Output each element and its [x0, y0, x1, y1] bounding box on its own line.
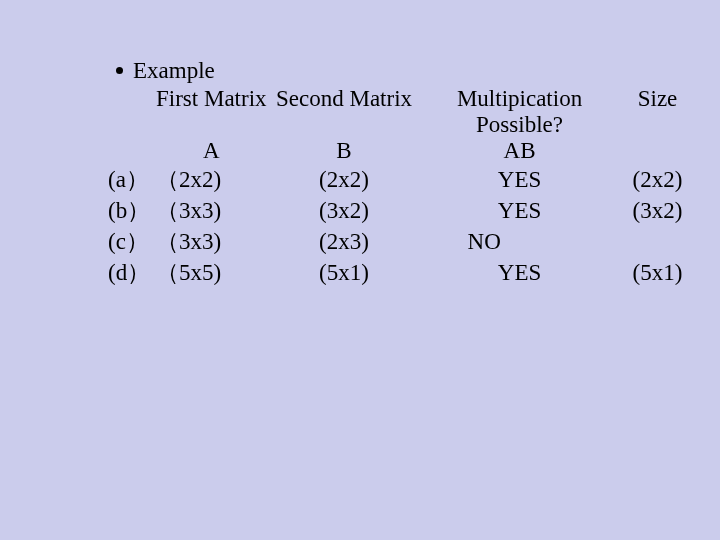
hdr-second: Second Matrix [267, 86, 422, 112]
row-label: (a） [108, 164, 156, 195]
cell-a: （3x3) [156, 195, 267, 226]
cell-ab: YES [422, 195, 618, 226]
hdr-b: B [267, 138, 422, 164]
hdr-mult2: Possible? [422, 112, 618, 138]
cell-ab: NO [422, 226, 618, 257]
slide-content: Example First Matrix Second Matrix Multi… [0, 0, 720, 288]
bullet-text: Example [133, 58, 215, 84]
cell-b: (2x2) [267, 164, 422, 195]
cell-a: （3x3) [156, 226, 267, 257]
table-row: (d） （5x5) (5x1) YES (5x1) [108, 257, 698, 288]
bullet-line: Example [108, 58, 720, 84]
cell-b: (2x3) [267, 226, 422, 257]
header-row-1: First Matrix Second Matrix Multipication… [108, 86, 698, 112]
header-row-3: A B AB [108, 138, 698, 164]
cell-size: (3x2) [618, 195, 698, 226]
table-row: (b） （3x3) (3x2) YES (3x2) [108, 195, 698, 226]
bullet-icon [116, 67, 123, 74]
cell-b: (5x1) [267, 257, 422, 288]
cell-ab: YES [422, 164, 618, 195]
cell-a: （2x2) [156, 164, 267, 195]
cell-size: (5x1) [618, 257, 698, 288]
header-row-2: Possible? [108, 112, 698, 138]
cell-ab: YES [422, 257, 618, 288]
hdr-size: Size [618, 86, 698, 112]
cell-a: （5x5) [156, 257, 267, 288]
hdr-a: A [156, 138, 267, 164]
matrix-table: First Matrix Second Matrix Multipication… [108, 86, 698, 288]
hdr-mult1: Multipication [422, 86, 618, 112]
cell-size: (2x2) [618, 164, 698, 195]
hdr-first: First Matrix [156, 86, 267, 112]
row-label: (c） [108, 226, 156, 257]
cell-size [618, 226, 698, 257]
table-row: (c） （3x3) (2x3) NO [108, 226, 698, 257]
row-label: (b） [108, 195, 156, 226]
row-label: (d） [108, 257, 156, 288]
table-row: (a） （2x2) (2x2) YES (2x2) [108, 164, 698, 195]
hdr-ab: AB [422, 138, 618, 164]
cell-b: (3x2) [267, 195, 422, 226]
